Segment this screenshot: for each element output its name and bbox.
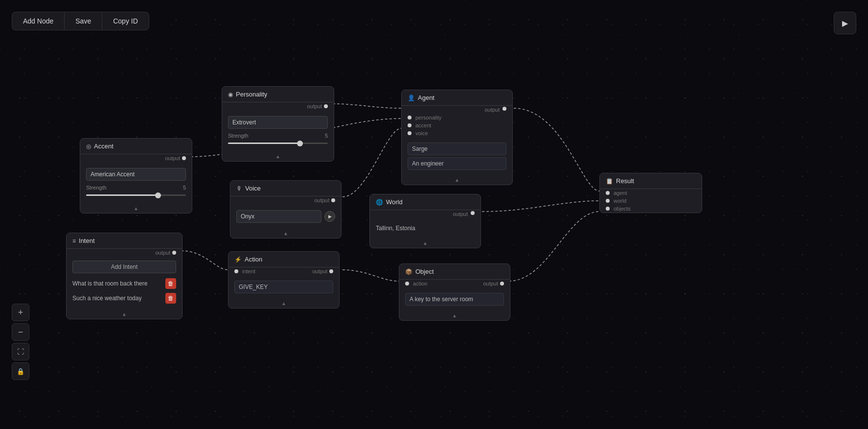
action-icon: ⚡ (234, 256, 242, 263)
agent-title: Agent (418, 94, 506, 101)
personality-output-port: output (222, 102, 334, 110)
accent-title: Accent (94, 143, 186, 150)
result-world-port: world (600, 197, 702, 205)
canvas: ◎ Accent output American Accent Strength… (0, 0, 868, 429)
zoom-controls: + − ⛶ 🔒 (12, 304, 29, 380)
agent-personality-dot (408, 116, 411, 119)
accent-strength-value: 5 (183, 185, 186, 191)
object-action-dot (405, 282, 409, 286)
world-output-label: output (453, 211, 468, 217)
agent-icon: 👤 (408, 95, 415, 101)
result-objects-label: objects (614, 206, 631, 212)
lock-button[interactable]: 🔒 (12, 362, 29, 380)
agent-collapse[interactable]: ▲ (402, 175, 512, 185)
action-output-row: output (312, 268, 335, 274)
result-objects-port: objects (600, 205, 702, 213)
object-output-label: output (483, 281, 498, 286)
result-agent-dot (606, 191, 610, 195)
accent-node: ◎ Accent output American Accent Strength… (80, 138, 192, 214)
object-title: Object (415, 268, 504, 275)
world-output-row: output (370, 210, 480, 218)
agent-personality-port: personality (402, 114, 512, 121)
intent-node: ≡ Intent output Add Intent What is that … (66, 233, 183, 319)
agent-personality-label: personality (415, 115, 441, 120)
voice-play-button[interactable]: ▶ (324, 211, 335, 222)
accent-strength-row: Strength 5 (86, 183, 186, 192)
personality-slider-fill (228, 143, 300, 144)
personality-collapse[interactable]: ▲ (222, 152, 334, 161)
personality-icon: ◉ (228, 91, 233, 98)
personality-select[interactable]: Extrovert (228, 116, 328, 129)
accent-output-dot (182, 156, 186, 160)
intent-output-label: output (155, 250, 170, 256)
result-icon: 📋 (606, 178, 613, 185)
accent-collapse[interactable]: ▲ (80, 204, 192, 213)
agent-voice-label: voice (415, 130, 428, 136)
intent-item-1: Such a nice weather today 🗑 (72, 291, 176, 306)
agent-name-field: Sarge (408, 143, 506, 155)
voice-output-port: output (230, 196, 341, 204)
object-collapse[interactable]: ▲ (399, 311, 510, 320)
action-node-header: ⚡ Action (228, 252, 339, 267)
agent-body: Sarge An engineer (402, 137, 512, 175)
action-output-dot (329, 269, 333, 273)
action-body: GIVE_KEY (228, 275, 339, 299)
object-body: A key to the server room (399, 287, 510, 311)
accent-slider[interactable] (86, 194, 186, 196)
personality-slider-thumb (297, 141, 303, 146)
result-world-dot (606, 199, 610, 203)
add-intent-button[interactable]: Add Intent (72, 261, 176, 273)
intent-item-0: What is that room back there 🗑 (72, 276, 176, 291)
voice-select[interactable]: Onyx (236, 210, 321, 223)
personality-node-header: ◉ Personality (222, 87, 334, 102)
personality-output-label: output (307, 103, 322, 109)
accent-icon: ◎ (86, 143, 91, 150)
result-title: Result (616, 177, 696, 185)
world-node: 🌐 World output Tallinn, Estonia ▲ (369, 194, 481, 248)
accent-body: American Accent Strength 5 (80, 162, 192, 204)
object-node: 📦 Object action output A key to the serv… (399, 263, 510, 321)
result-objects-dot (606, 207, 610, 211)
world-output-dot (471, 211, 475, 215)
agent-voice-dot (408, 131, 411, 135)
result-node-header: 📋 Result (600, 173, 702, 189)
voice-node-header: 🎙 Voice (230, 181, 341, 196)
voice-title: Voice (245, 185, 335, 192)
agent-desc-field: An engineer (408, 157, 506, 170)
fit-button[interactable]: ⛶ (12, 343, 29, 360)
result-node: 📋 Result agent world objects (599, 173, 702, 213)
action-value-field: GIVE_KEY (234, 281, 333, 293)
zoom-out-button[interactable]: − (12, 323, 29, 341)
accent-select[interactable]: American Accent (86, 168, 186, 181)
personality-slider[interactable] (228, 143, 328, 144)
agent-voice-port: voice (402, 129, 512, 137)
agent-output-row: output (402, 106, 512, 114)
intent-collapse[interactable]: ▲ (67, 310, 182, 319)
intent-item-0-text: What is that room back there (72, 280, 147, 287)
intent-node-header: ≡ Intent (67, 233, 182, 249)
accent-slider-fill (86, 194, 158, 196)
world-node-header: 🌐 World (370, 194, 480, 210)
zoom-in-button[interactable]: + (12, 304, 29, 321)
personality-body: Extrovert Strength 5 (222, 110, 334, 152)
intent-title: Intent (79, 237, 176, 244)
result-world-label: world (614, 198, 626, 204)
agent-output-dot (503, 107, 506, 111)
result-agent-port: agent (600, 189, 702, 197)
intent-output-dot (172, 251, 176, 255)
action-intent-port: intent (232, 268, 255, 274)
world-collapse[interactable]: ▲ (370, 238, 480, 248)
intent-delete-0[interactable]: 🗑 (165, 278, 176, 289)
agent-node: 👤 Agent output personality accent voice … (401, 90, 513, 185)
accent-output-port: output (80, 154, 192, 162)
action-collapse[interactable]: ▲ (228, 299, 339, 308)
accent-node-header: ◎ Accent (80, 139, 192, 154)
voice-collapse[interactable]: ▲ (230, 229, 341, 238)
object-icon: 📦 (405, 268, 412, 275)
action-output-label: output (312, 268, 327, 274)
result-agent-label: agent (614, 190, 627, 196)
object-output-dot (500, 282, 504, 286)
intent-delete-1[interactable]: 🗑 (165, 293, 176, 304)
agent-accent-dot (408, 123, 411, 127)
agent-output-label: output (484, 107, 500, 113)
